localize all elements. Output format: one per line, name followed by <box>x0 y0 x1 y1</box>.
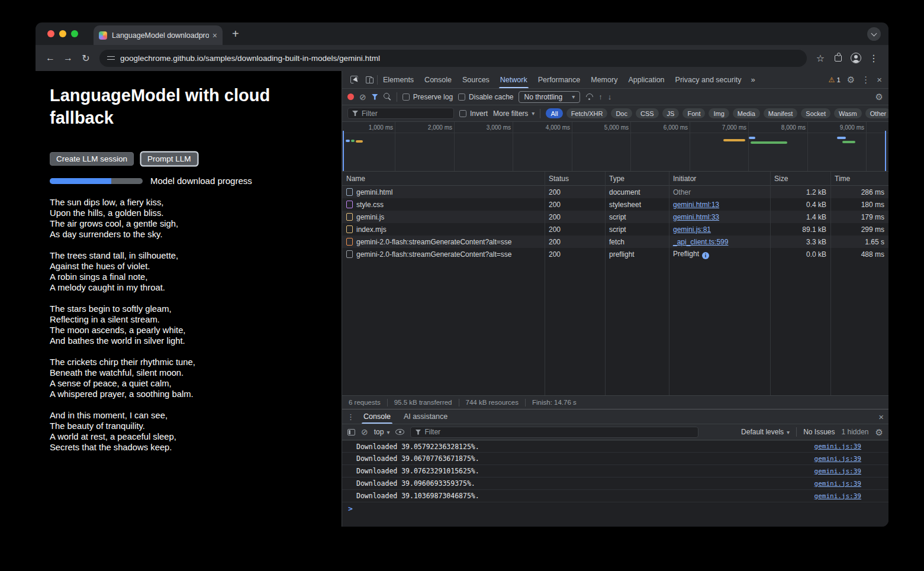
disable-cache-checkbox[interactable]: Disable cache <box>458 93 513 101</box>
hidden-messages-count[interactable]: 1 hidden <box>842 428 869 436</box>
issues-counter[interactable]: ⚠ 1 <box>829 76 841 83</box>
preserve-log-checkbox[interactable]: Preserve log <box>403 93 453 101</box>
network-filter-input[interactable]: Filter <box>347 108 454 119</box>
filter-chip-all[interactable]: All <box>546 108 562 118</box>
table-row[interactable]: gemini-2.0-flash:streamGenerateContent?a… <box>342 248 888 260</box>
timeline-right-handle[interactable] <box>885 131 886 171</box>
request-name[interactable]: gemini.js <box>356 213 384 221</box>
tab-close-icon[interactable]: × <box>213 31 217 40</box>
record-network-log-button[interactable] <box>347 93 354 100</box>
tab-elements[interactable]: Elements <box>378 71 419 88</box>
filter-chip-socket[interactable]: Socket <box>801 108 830 118</box>
filter-chip-css[interactable]: CSS <box>636 108 659 118</box>
zoom-window-button[interactable] <box>71 30 78 37</box>
extensions-button[interactable] <box>829 49 847 67</box>
network-search-button[interactable] <box>384 93 391 101</box>
bookmark-star-button[interactable]: ☆ <box>812 49 829 67</box>
table-row[interactable]: index.mjs 200 script gemini.js:81 89.1 k… <box>342 223 888 236</box>
column-header-time[interactable]: Time <box>830 175 888 183</box>
request-name[interactable]: gemini-2.0-flash:streamGenerateContent?a… <box>356 238 511 246</box>
console-sidebar-toggle-icon[interactable] <box>347 429 355 435</box>
info-icon[interactable] <box>702 252 709 259</box>
address-bar[interactable]: googlechrome.github.io/samples/downloadi… <box>99 50 807 67</box>
inspect-element-button[interactable] <box>346 72 362 88</box>
request-name[interactable]: gemini.html <box>356 188 392 196</box>
console-message[interactable]: Downloaded 39.07623291015625%. gemini.js… <box>342 465 888 478</box>
message-source-link[interactable]: gemini.js:39 <box>814 492 861 500</box>
reload-button[interactable]: ↻ <box>77 49 95 67</box>
drawer-menu-button[interactable]: ⋮ <box>347 413 355 421</box>
filter-chip-media[interactable]: Media <box>733 108 760 118</box>
column-header-type[interactable]: Type <box>605 175 669 183</box>
import-har-button[interactable]: ↑ <box>598 93 603 101</box>
devtools-settings-button[interactable]: ⚙ <box>847 75 855 84</box>
minimize-window-button[interactable] <box>59 30 66 37</box>
initiator-link[interactable]: gemini.html:33 <box>673 213 719 221</box>
tab-application[interactable]: Application <box>623 71 669 88</box>
drawer-tab-ai-assistance[interactable]: AI assistance <box>397 409 454 424</box>
console-settings-button[interactable]: ⚙ <box>875 428 883 437</box>
console-message[interactable]: Downloaded 39.05792236328125%. gemini.js… <box>342 440 888 453</box>
tab-privacy-and-security[interactable]: Privacy and security <box>670 71 747 88</box>
tab-performance[interactable]: Performance <box>533 71 586 88</box>
execution-context-select[interactable]: top ▾ <box>374 428 390 436</box>
console-message[interactable]: Downloaded 39.10369873046875%. gemini.js… <box>342 490 888 502</box>
message-source-link[interactable]: gemini.js:39 <box>814 467 861 475</box>
browser-tab[interactable]: LanguageModel downloadpro × <box>94 25 223 45</box>
request-name[interactable]: index.mjs <box>356 225 387 234</box>
prompt-llm-button[interactable]: Prompt LLM <box>141 152 198 166</box>
drawer-close-button[interactable]: × <box>878 412 884 421</box>
column-header-name[interactable]: Name <box>342 175 545 183</box>
tab-console[interactable]: Console <box>419 71 457 88</box>
timeline-left-handle[interactable] <box>343 131 344 171</box>
console-message[interactable]: Downloaded 39.06707763671875%. gemini.js… <box>342 453 888 465</box>
filter-chip-js[interactable]: JS <box>662 108 680 118</box>
more-panels-button[interactable]: » <box>746 75 759 84</box>
filter-chip-manifest[interactable]: Manifest <box>764 108 798 118</box>
column-header-size[interactable]: Size <box>770 175 830 183</box>
browser-menu-button[interactable]: ⋮ <box>865 49 883 67</box>
table-row[interactable]: gemini.html 200 document Other 1.2 kB 28… <box>342 186 888 198</box>
column-header-status[interactable]: Status <box>545 175 605 183</box>
table-row[interactable]: style.css 200 stylesheet gemini.html:13 … <box>342 198 888 211</box>
live-expression-eye-icon[interactable] <box>395 429 404 435</box>
initiator-link[interactable]: _api_client.ts:599 <box>673 238 728 246</box>
issues-status[interactable]: No Issues <box>803 428 835 436</box>
log-levels-select[interactable]: Default levels ▾ <box>741 428 790 436</box>
create-llm-session-button[interactable]: Create LLM session <box>50 152 134 166</box>
filter-chip-other[interactable]: Other <box>865 108 888 118</box>
tab-memory[interactable]: Memory <box>585 71 623 88</box>
filter-chip-doc[interactable]: Doc <box>611 108 632 118</box>
initiator-link[interactable]: gemini.js:81 <box>673 225 711 234</box>
profile-button[interactable] <box>847 49 865 67</box>
invert-checkbox[interactable]: Invert <box>459 109 488 118</box>
site-settings-icon[interactable] <box>107 55 115 62</box>
close-window-button[interactable] <box>47 30 54 37</box>
more-filters-dropdown[interactable]: More filters ▾ <box>493 109 535 118</box>
table-row[interactable]: gemini-2.0-flash:streamGenerateContent?a… <box>342 236 888 248</box>
message-source-link[interactable]: gemini.js:39 <box>814 443 861 450</box>
tab-sources[interactable]: Sources <box>457 71 495 88</box>
request-name[interactable]: gemini-2.0-flash:streamGenerateContent?a… <box>356 250 511 259</box>
devtools-menu-button[interactable]: ⋮ <box>861 75 870 84</box>
new-tab-button[interactable]: + <box>223 28 239 45</box>
clear-console-button[interactable]: ⊘ <box>361 428 368 436</box>
console-prompt[interactable]: > <box>342 502 888 515</box>
column-header-initiator[interactable]: Initiator <box>669 175 770 183</box>
console-message[interactable]: Downloaded 39.0960693359375%. gemini.js:… <box>342 478 888 490</box>
filter-chip-fetch-xhr[interactable]: Fetch/XHR <box>566 108 608 118</box>
devtools-close-button[interactable]: × <box>877 75 882 84</box>
export-har-button[interactable]: ↓ <box>608 93 612 101</box>
tab-network[interactable]: Network <box>495 71 533 88</box>
forward-button[interactable]: → <box>59 49 77 67</box>
filter-chip-font[interactable]: Font <box>682 108 705 118</box>
message-source-link[interactable]: gemini.js:39 <box>814 455 861 463</box>
device-toolbar-button[interactable] <box>362 72 377 88</box>
request-name[interactable]: style.css <box>356 201 384 209</box>
back-button[interactable]: ← <box>41 49 59 67</box>
message-source-link[interactable]: gemini.js:39 <box>814 480 861 488</box>
network-timeline-overview[interactable]: 1,000 ms 2,000 ms 3,000 ms 4,000 ms 5,00… <box>342 122 888 172</box>
network-conditions-button[interactable] <box>585 93 593 100</box>
network-settings-button[interactable]: ⚙ <box>875 92 883 101</box>
filter-toggle-button[interactable] <box>372 94 378 100</box>
